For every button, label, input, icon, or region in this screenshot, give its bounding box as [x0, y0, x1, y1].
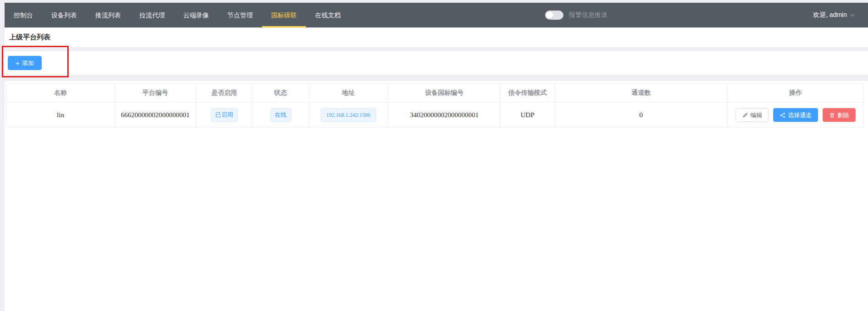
cell-status: 在线 [253, 103, 309, 128]
toggle-knob-icon [546, 11, 553, 19]
table-row: lin 66620000002000000001 已启用 在线 192.168.… [6, 103, 864, 128]
nav-item-console[interactable]: 控制台 [5, 3, 42, 27]
top-navbar: 控制台 设备列表 推流列表 拉流代理 云端录像 节点管理 国标级联 在线文档 报… [5, 3, 868, 27]
page-header: 上级平台列表 [5, 27, 868, 47]
cell-enabled: 已启用 [196, 103, 253, 128]
pencil-icon [742, 112, 748, 118]
alarm-push-toggle[interactable] [545, 11, 563, 20]
cell-operations: 编辑 选择通道 删除 [728, 103, 864, 128]
cell-platform-id: 66620000002000000001 [115, 103, 196, 128]
user-menu[interactable]: 欢迎, admin [813, 3, 855, 27]
chevron-down-icon [850, 14, 855, 17]
col-header-channel-count: 通道数 [555, 84, 728, 103]
cell-channel-count: 0 [555, 103, 728, 128]
col-header-transport-mode: 信令传输模式 [501, 84, 555, 103]
cell-name: lin [6, 103, 115, 128]
col-header-status: 状态 [253, 84, 309, 103]
nav-item-cloud-record[interactable]: 云端录像 [174, 3, 218, 27]
page-title: 上级平台列表 [9, 33, 50, 42]
add-button-label: 添加 [22, 59, 34, 67]
add-button[interactable]: + 添加 [8, 56, 42, 70]
nav-item-device-list[interactable]: 设备列表 [42, 3, 86, 27]
nav-menu: 控制台 设备列表 推流列表 拉流代理 云端录像 节点管理 国标级联 在线文档 [5, 3, 350, 27]
status-tag[interactable]: 在线 [270, 108, 291, 122]
col-header-device-gb-id: 设备国标编号 [388, 84, 501, 103]
delete-button-label: 删除 [837, 112, 849, 118]
edit-button-label: 编辑 [750, 112, 762, 118]
alarm-push-label: 报警信息推送 [569, 11, 607, 19]
select-channel-button-label: 选择通道 [788, 112, 812, 118]
table-panel: 名称 平台编号 是否启用 状态 地址 设备国标编号 信令传输模式 通道数 操作 … [5, 81, 868, 311]
edit-button[interactable]: 编辑 [736, 108, 769, 122]
col-header-operations: 操作 [728, 84, 864, 103]
col-header-enabled: 是否启用 [196, 84, 253, 103]
alarm-push-control: 报警信息推送 [545, 3, 607, 27]
toolbar: + 添加 [5, 51, 868, 75]
select-channel-button[interactable]: 选择通道 [773, 108, 818, 122]
delete-button[interactable]: 删除 [823, 108, 856, 122]
nav-item-pull-proxy[interactable]: 拉流代理 [130, 3, 174, 27]
welcome-label: 欢迎, admin [813, 11, 847, 19]
cell-transport-mode: UDP [501, 103, 555, 128]
cell-device-gb-id: 34020000002000000001 [388, 103, 501, 128]
nav-item-gb-cascade[interactable]: 国标级联 [262, 3, 306, 27]
share-icon [780, 112, 786, 118]
cell-address: 192.168.1.242:1506 [309, 103, 388, 128]
address-tag[interactable]: 192.168.1.242:1506 [321, 108, 376, 122]
table-header-row: 名称 平台编号 是否启用 状态 地址 设备国标编号 信令传输模式 通道数 操作 [6, 84, 864, 103]
col-header-platform-id: 平台编号 [115, 84, 196, 103]
enabled-tag[interactable]: 已启用 [211, 108, 238, 122]
trash-icon [829, 112, 835, 118]
col-header-name: 名称 [6, 84, 115, 103]
plus-icon: + [16, 60, 20, 66]
platform-table: 名称 平台编号 是否启用 状态 地址 设备国标编号 信令传输模式 通道数 操作 … [6, 83, 864, 128]
nav-item-online-docs[interactable]: 在线文档 [306, 3, 350, 27]
nav-item-node-manage[interactable]: 节点管理 [218, 3, 262, 27]
col-header-address: 地址 [309, 84, 388, 103]
nav-item-push-list[interactable]: 推流列表 [86, 3, 130, 27]
